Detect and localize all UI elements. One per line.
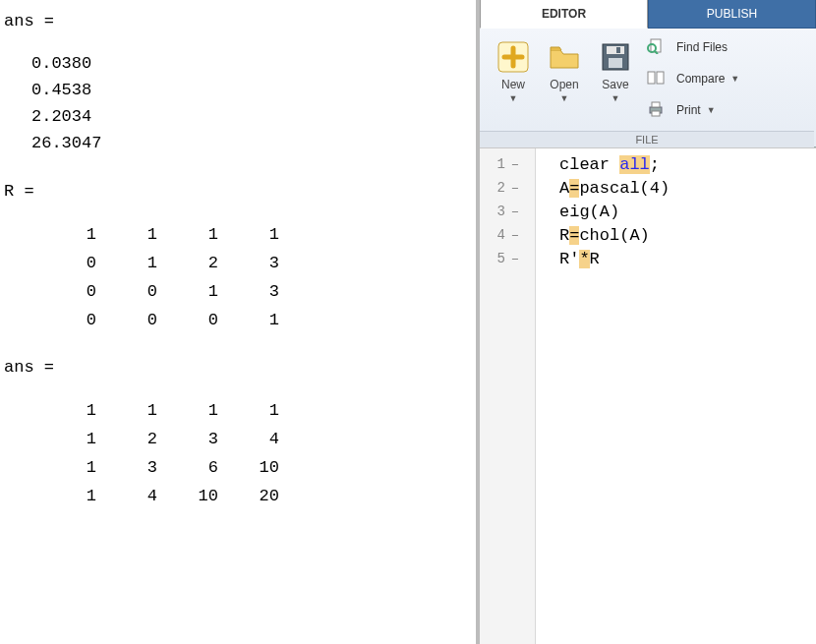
svg-rect-7 (648, 72, 655, 84)
table-cell: 1 (218, 306, 279, 334)
print-label: Print (676, 103, 701, 117)
code-line[interactable]: R'*R (559, 247, 670, 270)
open-button[interactable]: Open ▼ (539, 32, 590, 103)
editor-panel: EDITOR PUBLISH New ▼ (476, 0, 816, 644)
table-row: 141020 (35, 482, 279, 510)
output-value: 2.2034 (31, 103, 472, 130)
table-cell: 0 (35, 306, 96, 334)
code-line[interactable]: clear all; (559, 152, 670, 176)
code-token: chol(A) (579, 226, 649, 245)
table-cell: 0 (35, 277, 96, 306)
svg-rect-10 (652, 102, 660, 107)
table-cell: 0 (35, 249, 96, 277)
find-files-label: Find Files (676, 40, 728, 54)
code-line[interactable]: R=chol(A) (559, 223, 670, 247)
table-cell: 1 (96, 249, 157, 277)
output-values-eig: 0.03800.45382.203426.3047 (31, 50, 472, 156)
command-window: ans = 0.03800.45382.203426.3047 R = 1111… (0, 0, 476, 644)
code-line[interactable]: eig(A) (559, 200, 670, 223)
table-row: 0001 (35, 306, 279, 334)
table-cell: 1 (96, 220, 157, 249)
table-cell: 1 (218, 396, 279, 425)
tab-editor[interactable]: EDITOR (480, 0, 648, 29)
table-row: 0123 (35, 249, 279, 277)
toolstrip: New ▼ Open ▼ Save (480, 29, 816, 147)
save-label: Save (590, 78, 641, 91)
table-cell: 1 (96, 396, 157, 425)
tab-publish[interactable]: PUBLISH (648, 0, 816, 29)
svg-rect-3 (609, 58, 622, 68)
chevron-down-icon: ▼ (590, 93, 641, 103)
open-label: Open (539, 78, 590, 91)
print-icon (647, 101, 670, 120)
new-label: New (488, 78, 539, 91)
code-token: pascal(4) (579, 179, 670, 198)
table-cell: 1 (35, 453, 96, 482)
table-cell: 20 (218, 482, 279, 510)
find-files-button[interactable]: Find Files (647, 36, 739, 58)
table-cell: 10 (157, 482, 218, 510)
chevron-down-icon: ▼ (488, 93, 539, 103)
print-button[interactable]: Print ▼ (647, 99, 739, 121)
ribbon-tabs: EDITOR PUBLISH (480, 0, 816, 29)
table-row: 1234 (35, 425, 279, 453)
table-cell: 0 (157, 306, 218, 334)
code-token: A (559, 179, 569, 198)
output-label-R: R = (4, 178, 472, 205)
table-cell: 4 (96, 482, 157, 510)
code-token: ; (650, 155, 660, 174)
save-button[interactable]: Save ▼ (590, 32, 641, 103)
table-cell: 3 (157, 425, 218, 453)
code-area[interactable]: 1–2–3–4–5– clear all;A=pascal(4)eig(A)R=… (480, 147, 816, 644)
new-button[interactable]: New ▼ (488, 32, 539, 103)
table-row: 1111 (35, 396, 279, 425)
output-label-ans2: ans = (4, 354, 472, 381)
table-cell: 0 (96, 277, 157, 306)
code-token: R (559, 226, 569, 245)
code-token: eig(A) (559, 203, 619, 221)
find-files-icon (647, 38, 670, 57)
save-icon (590, 38, 641, 76)
gutter-line: 5– (480, 247, 535, 270)
table-cell: 1 (35, 396, 96, 425)
gutter-line: 3– (480, 200, 535, 223)
table-cell: 3 (218, 249, 279, 277)
table-cell: 3 (218, 277, 279, 306)
table-cell: 4 (218, 425, 279, 453)
compare-icon (647, 70, 670, 88)
plus-icon (488, 38, 539, 76)
code-token: clear (559, 155, 619, 174)
table-cell: 1 (35, 425, 96, 453)
code-line[interactable]: A=pascal(4) (559, 176, 670, 200)
output-value: 0.4538 (31, 77, 472, 103)
gutter-line: 1– (480, 152, 535, 176)
table-cell: 2 (96, 425, 157, 453)
svg-rect-8 (657, 72, 664, 84)
output-matrix-ans2: 1111123413610141020 (35, 396, 279, 510)
table-cell: 1 (157, 396, 218, 425)
compare-button[interactable]: Compare ▼ (647, 68, 739, 89)
chevron-down-icon: ▼ (730, 74, 739, 84)
chevron-down-icon: ▼ (707, 105, 716, 115)
table-cell: 0 (96, 306, 157, 334)
svg-rect-2 (607, 46, 624, 54)
chevron-down-icon: ▼ (539, 93, 590, 103)
gutter-line: 4– (480, 223, 535, 247)
table-cell: 10 (218, 453, 279, 482)
svg-rect-11 (652, 111, 660, 116)
table-cell: 2 (157, 249, 218, 277)
table-cell: 6 (157, 453, 218, 482)
compare-label: Compare (676, 72, 725, 86)
code-token: R (590, 250, 600, 268)
code-token: * (579, 250, 589, 268)
code-token: all (619, 155, 650, 174)
source[interactable]: clear all;A=pascal(4)eig(A)R=chol(A)R'*R (536, 148, 670, 644)
code-token: R' (559, 250, 579, 268)
table-cell: 1 (35, 482, 96, 510)
table-cell: 1 (35, 220, 96, 249)
table-row: 0013 (35, 277, 279, 306)
table-cell: 1 (157, 220, 218, 249)
table-cell: 1 (218, 220, 279, 249)
output-matrix-R: 1111012300130001 (35, 220, 279, 334)
svg-rect-4 (616, 47, 620, 53)
